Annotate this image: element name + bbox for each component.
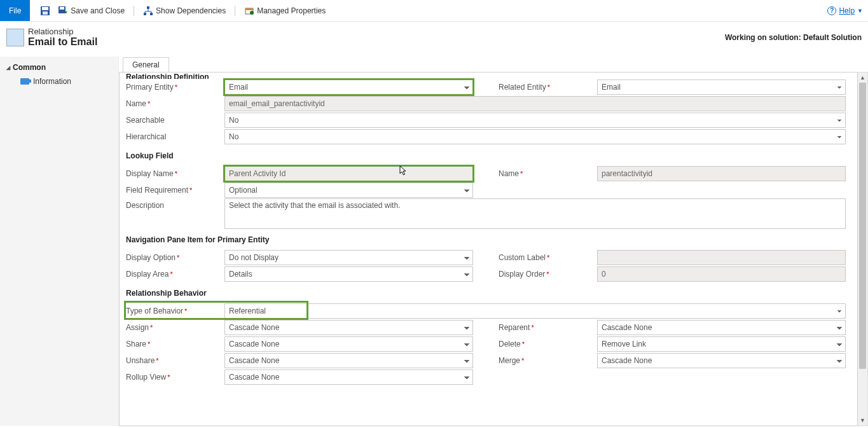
form-content: Relationship Definition Primary Entity* … [119, 72, 858, 426]
related-entity-select[interactable]: Email [597, 79, 846, 95]
toolbar-separator [134, 6, 134, 16]
display-option-select[interactable]: Do not Display [224, 250, 473, 265]
field-requirement-select[interactable]: Optional [224, 183, 473, 198]
scroll-thumb[interactable] [859, 83, 866, 369]
page-title: Email to Email [28, 36, 97, 48]
reparent-select[interactable]: Cascade None [597, 320, 846, 335]
label-assign: Assign* [126, 321, 224, 335]
svg-rect-7 [150, 13, 153, 15]
label-name: Name* [126, 97, 224, 111]
chevron-down-icon: ▼ [857, 8, 863, 14]
svg-point-10 [250, 11, 254, 15]
label-share: Share* [126, 337, 224, 351]
left-nav: Common Information [0, 57, 119, 426]
label-reparent: Reparent* [499, 321, 597, 335]
label-primary-entity: Primary Entity* [126, 80, 224, 94]
scroll-track[interactable] [858, 83, 867, 415]
name-input[interactable] [224, 96, 846, 111]
label-rollup-view: Rollup View* [126, 370, 224, 384]
help-menu[interactable]: ? Help ▼ [827, 6, 863, 15]
save-button[interactable] [36, 0, 54, 21]
help-icon: ? [827, 6, 836, 15]
display-order-input[interactable] [597, 266, 846, 282]
page-header: Relationship Email to Email Working on s… [0, 22, 868, 57]
assign-select[interactable]: Cascade None [224, 320, 473, 335]
tab-bar: General [119, 57, 868, 72]
primary-entity-select[interactable]: Email [224, 79, 473, 95]
relationship-icon [6, 29, 24, 46]
label-display-option: Display Option* [126, 251, 224, 265]
label-unshare: Unshare* [126, 354, 224, 368]
managed-props-icon [244, 6, 254, 16]
unshare-select[interactable]: Cascade None [224, 353, 473, 368]
vertical-scrollbar[interactable]: ▲ ▼ [858, 72, 868, 426]
scroll-down-arrow[interactable]: ▼ [858, 415, 867, 425]
save-icon [40, 6, 50, 16]
section-nav-pane: Navigation Pane Item for Primary Entity [126, 229, 846, 249]
section-relationship-definition: Relationship Definition [126, 72, 846, 79]
dependencies-icon [143, 6, 153, 16]
toolbar-separator [235, 6, 235, 16]
save-and-close-button[interactable]: Save and Close [54, 0, 128, 21]
svg-rect-6 [144, 13, 146, 15]
save-close-icon [58, 6, 68, 16]
section-lookup-field: Lookup Field [126, 145, 846, 165]
svg-rect-5 [147, 6, 149, 9]
share-select[interactable]: Cascade None [224, 336, 473, 352]
file-menu-button[interactable]: File [0, 0, 30, 21]
label-hierarchical: Hierarchical [126, 130, 224, 144]
information-icon [20, 78, 29, 85]
type-of-behavior-select[interactable]: Referential [224, 303, 846, 319]
label-searchable: Searchable [126, 113, 224, 127]
solution-context: Working on solution: Default Solution [725, 33, 862, 42]
searchable-select[interactable]: No [224, 113, 846, 128]
custom-label-input[interactable] [597, 250, 846, 265]
nav-item-information[interactable]: Information [0, 74, 118, 88]
rollup-view-select[interactable]: Cascade None [224, 369, 473, 385]
label-description: Description [126, 198, 224, 212]
label-delete: Delete* [499, 337, 597, 351]
tab-general[interactable]: General [123, 57, 169, 72]
section-behavior: Relationship Behavior [126, 282, 846, 303]
delete-select[interactable]: Remove Link [597, 336, 846, 352]
label-lookup-name: Name* [499, 167, 597, 181]
svg-rect-1 [42, 7, 48, 10]
show-dependencies-button[interactable]: Show Dependencies [139, 0, 230, 21]
label-merge: Merge* [499, 354, 597, 368]
label-type-of-behavior: Type of Behavior* [126, 304, 224, 318]
svg-rect-2 [43, 11, 48, 15]
svg-rect-9 [245, 8, 253, 10]
display-area-select[interactable]: Details [224, 266, 473, 282]
label-related-entity: Related Entity* [499, 80, 597, 94]
nav-group-common[interactable]: Common [0, 60, 118, 74]
label-field-requirement: Field Requirement* [126, 183, 224, 197]
label-display-order: Display Order* [499, 267, 597, 281]
label-display-name: Display Name* [126, 167, 224, 181]
merge-select[interactable]: Cascade None [597, 353, 846, 368]
label-custom-label: Custom Label* [499, 251, 597, 265]
label-display-area: Display Area* [126, 267, 224, 281]
hierarchical-select[interactable]: No [224, 129, 846, 144]
managed-properties-button[interactable]: Managed Properties [240, 0, 329, 21]
description-textarea[interactable]: Select the activity that the email is as… [224, 198, 846, 229]
display-name-input[interactable] [224, 166, 473, 181]
scroll-up-arrow[interactable]: ▲ [858, 72, 867, 83]
lookup-name-input[interactable] [597, 166, 846, 181]
svg-rect-4 [60, 7, 64, 10]
toolbar: File Save and Close Show Dependencies Ma… [0, 0, 868, 22]
entity-type-label: Relationship [28, 27, 97, 36]
